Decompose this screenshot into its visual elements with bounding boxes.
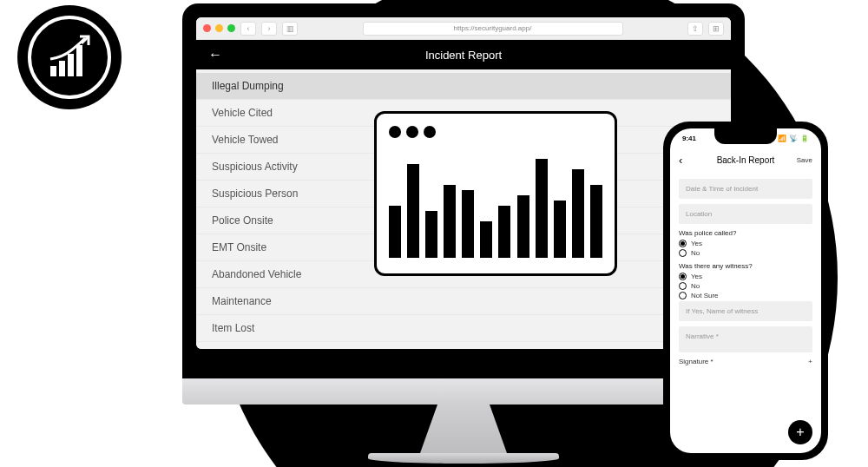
chart-bar [444,185,456,258]
desktop-screen: ‹ › ▥ https://securityguard.app/ ⇧ ⊞ ← I… [182,3,745,378]
radio-icon[interactable] [679,273,687,280]
dot-icon [424,126,436,138]
phone-form: Date & Time of Incident Location Was pol… [670,172,821,453]
browser-toolbar: ‹ › ▥ https://securityguard.app/ ⇧ ⊞ [196,17,731,40]
signal-icon: 📶 [778,135,786,142]
monitor-foot [368,453,559,464]
radio-icon[interactable] [679,240,687,247]
phone-device: 9:41 📶 📡 🔋 ‹ Back-In Report Save Date & … [663,122,828,460]
browser-sidebar-button[interactable]: ▥ [282,22,298,36]
desktop-monitor: ‹ › ▥ https://securityguard.app/ ⇧ ⊞ ← I… [182,3,745,464]
browser-tabs-button[interactable]: ⊞ [708,22,724,36]
page-title: Incident Report [196,49,731,62]
dot-icon [389,126,401,138]
chart-bar [407,164,419,258]
phone-screen: 9:41 📶 📡 🔋 ‹ Back-In Report Save Date & … [670,128,821,453]
radio-icon[interactable] [679,249,687,257]
chart-bar [389,206,401,258]
question-witness: Was there any witness? [679,262,812,270]
browser-share-button[interactable]: ⇧ [687,22,703,36]
wifi-icon: 📡 [789,135,798,142]
list-item[interactable]: Illegal Dumping [196,73,731,100]
datetime-field[interactable]: Date & Time of Incident [679,179,812,199]
radio-option[interactable]: Yes [679,273,812,280]
browser-back-button[interactable]: ‹ [240,22,256,36]
radio-icon[interactable] [679,292,687,299]
radio-option[interactable]: Yes [679,240,812,247]
app-header: ← Incident Report [196,40,731,69]
chart-bar [536,159,548,258]
radio-label: Yes [691,273,702,280]
chart-bar [554,201,566,258]
list-item[interactable]: Maintenance [196,288,731,315]
bar-chart [389,154,602,258]
radio-label: No [691,282,700,290]
browser-forward-button[interactable]: › [261,22,277,36]
growth-badge-ring [28,16,111,99]
chart-bar [462,190,474,258]
window-controls [203,24,235,32]
status-time: 9:41 [682,135,696,142]
monitor-chin [182,378,745,405]
chart-bar [572,169,584,258]
phone-app-header: ‹ Back-In Report Save [670,148,821,172]
growth-badge [17,5,122,109]
chart-bar [498,206,510,258]
maximize-icon[interactable] [227,24,235,32]
dot-icon [406,126,418,138]
radio-option[interactable]: No [679,249,812,257]
incident-list: Illegal Dumping Vehicle Cited Vehicle To… [196,69,731,349]
svg-rect-1 [59,61,65,76]
svg-rect-2 [68,54,74,76]
list-item[interactable]: Trespassing [196,342,731,349]
radio-label: Yes [691,240,702,247]
radio-label: No [691,249,700,257]
svg-rect-0 [50,66,56,76]
radio-label: Not Sure [691,292,719,299]
save-button[interactable]: Save [797,156,812,164]
phone-notch [714,128,777,144]
location-field[interactable]: Location [679,204,812,224]
close-icon[interactable] [203,24,211,32]
radio-icon[interactable] [679,282,687,290]
chart-bar [425,211,437,258]
chart-card [374,111,617,276]
chart-bar [590,185,602,258]
svg-rect-3 [76,45,82,76]
witness-name-field[interactable]: If Yes, Name of witness [679,301,812,321]
monitor-stand [420,405,507,453]
growth-chart-icon [45,33,94,82]
chart-window-dots [389,126,602,138]
narrative-field[interactable]: Narrative * [679,326,812,352]
minimize-icon[interactable] [215,24,223,32]
chart-bar [517,195,529,258]
browser-window: ‹ › ▥ https://securityguard.app/ ⇧ ⊞ ← I… [196,17,731,349]
radio-option[interactable]: No [679,282,812,290]
fab-add-button[interactable]: + [788,420,812,444]
radio-option[interactable]: Not Sure [679,292,812,299]
plus-icon[interactable]: + [808,358,812,365]
signature-label: Signature * [679,358,713,365]
list-item[interactable]: Item Lost [196,315,731,342]
battery-icon: 🔋 [800,135,809,142]
url-bar[interactable]: https://securityguard.app/ [363,22,623,36]
question-police: Was police called? [679,229,812,237]
signature-row[interactable]: Signature * + [679,358,812,365]
chart-bar [480,221,492,258]
